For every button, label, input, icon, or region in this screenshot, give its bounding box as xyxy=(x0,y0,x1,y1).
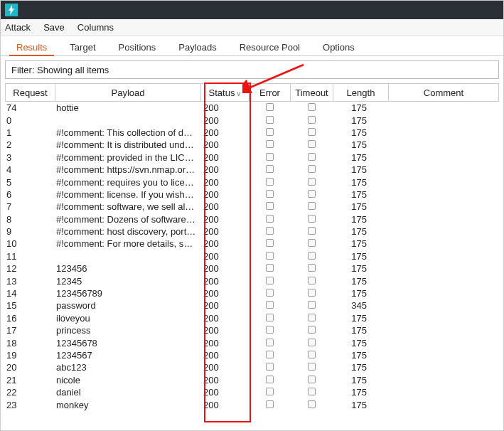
tab-target[interactable]: Target xyxy=(58,38,107,55)
table-row[interactable]: 74hottie200175 xyxy=(5,102,499,114)
cell-comment[interactable] xyxy=(388,225,499,238)
cell-comment[interactable] xyxy=(388,114,499,126)
checkbox-icon[interactable] xyxy=(266,140,274,148)
menu-attack[interactable]: Attack xyxy=(5,22,31,33)
table-row[interactable]: 191234567200175 xyxy=(5,349,499,361)
tab-positions[interactable]: Positions xyxy=(107,38,168,55)
checkbox-icon[interactable] xyxy=(308,326,316,334)
cell-comment[interactable] xyxy=(388,374,499,386)
cell-comment[interactable] xyxy=(388,238,499,250)
checkbox-icon[interactable] xyxy=(308,178,316,186)
table-row[interactable]: 22daniel200175 xyxy=(5,386,499,398)
table-row[interactable]: 9#!comment: host discovery, port…200175 xyxy=(5,225,499,238)
cell-comment[interactable] xyxy=(388,287,499,299)
cell-comment[interactable] xyxy=(388,127,499,139)
cell-comment[interactable] xyxy=(388,250,499,262)
checkbox-icon[interactable] xyxy=(308,388,316,395)
checkbox-icon[interactable] xyxy=(308,277,316,284)
checkbox-icon[interactable] xyxy=(308,116,316,124)
table-row[interactable]: 12123456200175 xyxy=(5,262,499,275)
cell-comment[interactable] xyxy=(388,102,499,114)
checkbox-icon[interactable] xyxy=(308,351,316,358)
checkbox-icon[interactable] xyxy=(308,400,316,408)
checkbox-icon[interactable] xyxy=(266,264,274,272)
checkbox-icon[interactable] xyxy=(266,153,274,161)
checkbox-icon[interactable] xyxy=(308,103,316,111)
checkbox-icon[interactable] xyxy=(308,202,316,210)
table-row[interactable]: 16iloveyou200175 xyxy=(5,312,499,324)
table-row[interactable]: 23monkey200175 xyxy=(5,398,499,410)
table-row[interactable]: 5#!comment: requires you to lice…200175 xyxy=(5,176,499,188)
checkbox-icon[interactable] xyxy=(266,227,274,235)
cell-comment[interactable] xyxy=(388,361,499,373)
checkbox-icon[interactable] xyxy=(308,264,316,272)
cell-comment[interactable] xyxy=(388,312,499,324)
table-row[interactable]: 0200175 xyxy=(5,114,499,126)
tab-resource-pool[interactable]: Resource Pool xyxy=(228,38,311,55)
tab-results[interactable]: Results xyxy=(5,38,58,55)
checkbox-icon[interactable] xyxy=(308,301,316,309)
col-header-request[interactable]: Request xyxy=(5,83,55,102)
checkbox-icon[interactable] xyxy=(266,400,274,408)
cell-comment[interactable] xyxy=(388,349,499,361)
table-row[interactable]: 1312345200175 xyxy=(5,275,499,287)
checkbox-icon[interactable] xyxy=(266,339,274,346)
checkbox-icon[interactable] xyxy=(266,301,274,309)
checkbox-icon[interactable] xyxy=(266,116,274,124)
table-row[interactable]: 20abc123200175 xyxy=(5,361,499,373)
table-row[interactable]: 14123456789200175 xyxy=(5,287,499,299)
col-header-status[interactable]: Status∨ xyxy=(200,83,249,102)
checkbox-icon[interactable] xyxy=(308,227,316,235)
checkbox-icon[interactable] xyxy=(308,363,316,371)
table-row[interactable]: 17princess200175 xyxy=(5,324,499,336)
checkbox-icon[interactable] xyxy=(266,165,274,173)
checkbox-icon[interactable] xyxy=(266,289,274,297)
table-row[interactable]: 10#!comment: For more details, s…200175 xyxy=(5,238,499,250)
checkbox-icon[interactable] xyxy=(266,239,274,247)
tab-options[interactable]: Options xyxy=(311,38,366,55)
table-row[interactable]: 4#!comment: https://svn.nmap.or…200175 xyxy=(5,164,499,176)
cell-comment[interactable] xyxy=(388,386,499,398)
menu-columns[interactable]: Columns xyxy=(77,22,114,33)
checkbox-icon[interactable] xyxy=(266,190,274,198)
checkbox-icon[interactable] xyxy=(308,153,316,161)
cell-comment[interactable] xyxy=(388,139,499,151)
checkbox-icon[interactable] xyxy=(308,190,316,198)
checkbox-icon[interactable] xyxy=(266,178,274,186)
menu-save[interactable]: Save xyxy=(43,22,65,33)
cell-comment[interactable] xyxy=(388,188,499,201)
cell-comment[interactable] xyxy=(388,262,499,275)
cell-comment[interactable] xyxy=(388,336,499,348)
checkbox-icon[interactable] xyxy=(308,289,316,297)
checkbox-icon[interactable] xyxy=(266,215,274,223)
checkbox-icon[interactable] xyxy=(266,128,274,136)
table-row[interactable]: 15password200345 xyxy=(5,299,499,312)
checkbox-icon[interactable] xyxy=(266,388,274,395)
checkbox-icon[interactable] xyxy=(266,277,274,284)
col-header-comment[interactable]: Comment xyxy=(388,83,499,102)
checkbox-icon[interactable] xyxy=(266,326,274,334)
checkbox-icon[interactable] xyxy=(308,165,316,173)
cell-comment[interactable] xyxy=(388,164,499,176)
filter-box[interactable]: Filter: Showing all items xyxy=(5,60,499,79)
table-row[interactable]: 3#!comment: provided in the LIC…200175 xyxy=(5,151,499,164)
checkbox-icon[interactable] xyxy=(308,339,316,346)
checkbox-icon[interactable] xyxy=(266,376,274,383)
tab-payloads[interactable]: Payloads xyxy=(167,38,227,55)
checkbox-icon[interactable] xyxy=(308,128,316,136)
checkbox-icon[interactable] xyxy=(266,351,274,358)
table-row[interactable]: 11200175 xyxy=(5,250,499,262)
cell-comment[interactable] xyxy=(388,275,499,287)
checkbox-icon[interactable] xyxy=(266,252,274,260)
col-header-timeout[interactable]: Timeout xyxy=(290,83,333,102)
cell-comment[interactable] xyxy=(388,213,499,225)
table-row[interactable]: 6#!comment: license. If you wish …200175 xyxy=(5,188,499,201)
checkbox-icon[interactable] xyxy=(266,103,274,111)
cell-comment[interactable] xyxy=(388,324,499,336)
cell-comment[interactable] xyxy=(388,151,499,164)
col-header-payload[interactable]: Payload xyxy=(55,83,200,102)
table-row[interactable]: 1812345678200175 xyxy=(5,336,499,348)
checkbox-icon[interactable] xyxy=(308,239,316,247)
table-row[interactable]: 7#!comment: software, we sell al…200175 xyxy=(5,201,499,213)
checkbox-icon[interactable] xyxy=(308,252,316,260)
